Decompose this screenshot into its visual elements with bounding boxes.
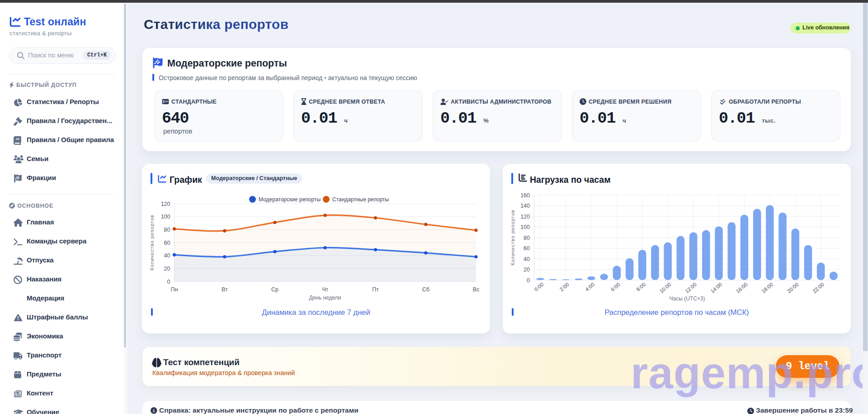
- svg-text:Количество репортов: Количество репортов: [510, 209, 515, 265]
- svg-text:18:00: 18:00: [760, 281, 774, 294]
- svg-text:20:00: 20:00: [786, 281, 800, 294]
- svg-text:8:00: 8:00: [635, 281, 646, 292]
- svg-text:2:00: 2:00: [559, 281, 570, 292]
- svg-text:Сб: Сб: [422, 286, 429, 293]
- svg-text:160: 160: [520, 192, 530, 199]
- svg-text:22:00: 22:00: [811, 281, 825, 294]
- svg-text:40: 40: [524, 256, 530, 262]
- svg-text:Пн: Пн: [171, 286, 178, 293]
- svg-text:0:00: 0:00: [533, 281, 545, 292]
- svg-text:100: 100: [520, 224, 530, 230]
- svg-text:40: 40: [164, 252, 170, 259]
- svg-text:Ср: Ср: [271, 286, 278, 293]
- svg-text:Часы (UTC+3): Часы (UTC+3): [670, 295, 705, 302]
- svg-text:120: 120: [161, 201, 170, 207]
- svg-text:60: 60: [164, 240, 170, 246]
- svg-text:140: 140: [520, 203, 530, 209]
- svg-text:10:00: 10:00: [659, 281, 672, 294]
- svg-text:0: 0: [167, 279, 170, 285]
- svg-text:120: 120: [520, 214, 530, 220]
- svg-text:14:00: 14:00: [710, 281, 723, 294]
- svg-text:100: 100: [161, 214, 170, 220]
- svg-text:60: 60: [524, 245, 530, 252]
- svg-text:80: 80: [524, 235, 530, 241]
- svg-text:День недели: День недели: [309, 295, 341, 301]
- svg-text:6:00: 6:00: [610, 281, 621, 292]
- svg-text:12:00: 12:00: [684, 281, 698, 294]
- svg-text:Вс: Вс: [473, 286, 480, 293]
- svg-text:20: 20: [524, 266, 530, 273]
- svg-text:80: 80: [164, 227, 170, 233]
- svg-text:Пт: Пт: [372, 286, 379, 293]
- svg-text:0: 0: [527, 277, 530, 284]
- svg-text:20: 20: [164, 266, 170, 272]
- svg-text:4:00: 4:00: [584, 281, 595, 292]
- svg-text:16:00: 16:00: [735, 281, 749, 294]
- svg-text:Количество репортов: Количество репортов: [149, 214, 155, 270]
- svg-text:Чт: Чт: [322, 286, 328, 293]
- svg-text:Вт: Вт: [222, 286, 228, 293]
